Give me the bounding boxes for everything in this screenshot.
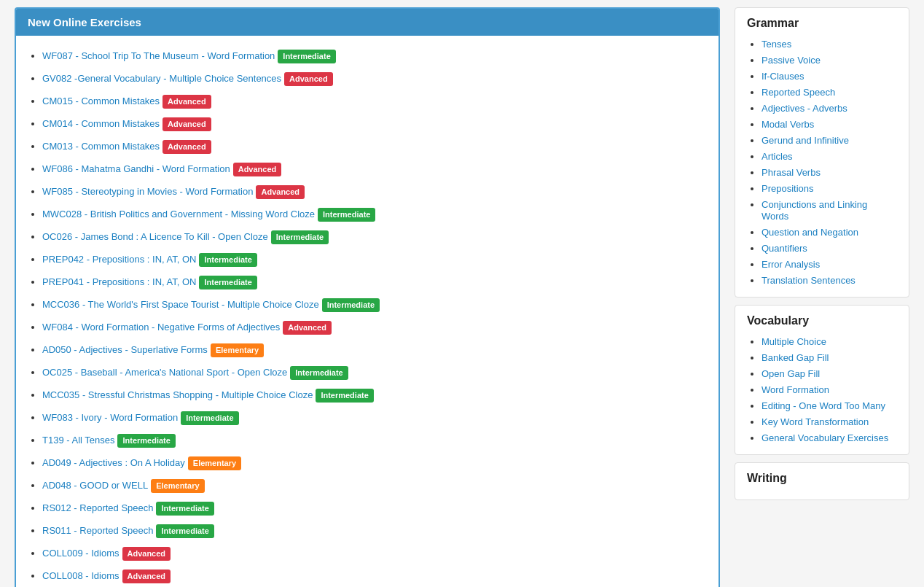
list-item: Word Formation: [761, 381, 897, 397]
list-item: Adjectives - Adverbs: [761, 100, 897, 116]
list-item: COLL009 - IdiomsAdvanced: [42, 542, 707, 564]
level-badge: Advanced: [163, 140, 211, 154]
grammar-link[interactable]: Quantifiers: [761, 243, 807, 254]
level-badge: Intermediate: [290, 366, 348, 380]
level-badge: Advanced: [233, 163, 282, 176]
list-item: Tenses: [761, 36, 897, 52]
grammar-link[interactable]: Conjunctions and Linking Words: [761, 199, 867, 222]
list-item: Reported Speech: [761, 84, 897, 100]
vocabulary-link[interactable]: Word Formation: [761, 384, 829, 395]
exercise-link[interactable]: OC026 - James Bond : A Licence To Kill -…: [42, 231, 268, 242]
exercise-link[interactable]: AD049 - Adjectives : On A Holiday: [42, 457, 185, 468]
grammar-link[interactable]: Translation Sentences: [761, 275, 856, 286]
list-item: RS012 - Reported SpeechIntermediate: [42, 497, 707, 519]
exercise-link[interactable]: CM013 - Common Mistakes: [42, 141, 160, 152]
list-item: GV082 -General Vocabulary - Multiple Cho…: [42, 67, 707, 90]
level-badge: Advanced: [283, 321, 332, 335]
list-item: Gerund and Infinitive: [761, 132, 897, 148]
grammar-link[interactable]: Phrasal Verbs: [761, 167, 821, 178]
list-item: AD048 - GOOD or WELLElementary: [42, 474, 707, 497]
level-badge: Advanced: [163, 117, 211, 131]
level-badge: Intermediate: [199, 276, 257, 289]
grammar-list: TensesPassive VoiceIf-ClausesReported Sp…: [747, 36, 897, 288]
exercise-link[interactable]: MWC028 - British Politics and Government…: [42, 209, 315, 219]
list-item: PREP041 - Prepositions : IN, AT, ONInter…: [42, 271, 707, 293]
level-badge: Advanced: [122, 547, 171, 561]
list-item: If-Clauses: [761, 68, 897, 84]
exercise-link[interactable]: T139 - All Tenses: [42, 435, 114, 446]
list-item: WF087 - School Trip To The Museum - Word…: [42, 44, 707, 67]
exercise-link[interactable]: GV082 -General Vocabulary - Multiple Cho…: [42, 73, 281, 84]
exercise-link[interactable]: CM014 - Common Mistakes: [42, 118, 160, 129]
new-exercises-header: New Online Exercises: [16, 9, 719, 36]
exercises-list: WF087 - School Trip To The Museum - Word…: [16, 36, 719, 587]
vocabulary-link[interactable]: Key Word Transformation: [761, 416, 869, 427]
exercise-link[interactable]: PREP042 - Prepositions : IN, AT, ON: [42, 254, 196, 265]
level-badge: Elementary: [211, 343, 264, 357]
grammar-link[interactable]: Adjectives - Adverbs: [761, 103, 847, 114]
exercise-link[interactable]: COLL009 - Idioms: [42, 548, 120, 559]
exercise-link[interactable]: WF087 - School Trip To The Museum - Word…: [42, 50, 275, 61]
list-item: Key Word Transformation: [761, 413, 897, 429]
grammar-link[interactable]: Articles: [761, 151, 793, 162]
writing-title: Writing: [747, 472, 897, 485]
list-item: MCC035 - Stressful Christmas Shopping - …: [42, 384, 707, 406]
vocabulary-link[interactable]: General Vocabulary Exercises: [761, 432, 888, 443]
level-badge: Advanced: [256, 185, 305, 199]
exercise-link[interactable]: AD048 - GOOD or WELL: [42, 480, 148, 491]
level-badge: Advanced: [122, 569, 171, 583]
exercise-link[interactable]: RS011 - Reported Speech: [42, 525, 153, 536]
grammar-link[interactable]: Passive Voice: [761, 55, 821, 66]
list-item: Articles: [761, 148, 897, 164]
list-item: Quantifiers: [761, 240, 897, 256]
grammar-link[interactable]: If-Clauses: [761, 71, 804, 82]
list-item: WF083 - Ivory - Word FormationIntermedia…: [42, 406, 707, 429]
list-item: AD050 - Adjectives - Superlative FormsEl…: [42, 338, 707, 361]
list-item: T139 - All TensesIntermediate: [42, 429, 707, 451]
vocabulary-title: Vocabulary: [747, 314, 897, 327]
list-item: Prepositions: [761, 180, 897, 196]
grammar-link[interactable]: Modal Verbs: [761, 119, 814, 130]
vocabulary-section: Vocabulary Multiple ChoiceBanked Gap Fil…: [735, 305, 909, 455]
list-item: Banked Gap Fill: [761, 349, 897, 365]
list-item: RS011 - Reported SpeechIntermediate: [42, 519, 707, 542]
list-item: AD049 - Adjectives : On A HolidayElement…: [42, 451, 707, 474]
exercise-link[interactable]: WF085 - Stereotyping in Movies - Word Fo…: [42, 186, 253, 197]
exercise-link[interactable]: WF083 - Ivory - Word Formation: [42, 412, 178, 423]
level-badge: Advanced: [284, 72, 333, 86]
exercise-link[interactable]: COLL008 - Idioms: [42, 570, 120, 581]
vocabulary-link[interactable]: Editing - One Word Too Many: [761, 400, 885, 411]
vocabulary-link[interactable]: Multiple Choice: [761, 336, 826, 347]
vocabulary-link[interactable]: Open Gap Fill: [761, 368, 820, 379]
grammar-link[interactable]: Prepositions: [761, 183, 814, 194]
main-panel: New Online Exercises WF087 - School Trip…: [15, 7, 720, 587]
list-item: Modal Verbs: [761, 116, 897, 132]
grammar-link[interactable]: Error Analysis: [761, 259, 820, 270]
list-item: PREP042 - Prepositions : IN, AT, ONInter…: [42, 248, 707, 271]
level-badge: Intermediate: [199, 253, 257, 267]
grammar-link[interactable]: Tenses: [761, 39, 791, 50]
list-item: CM014 - Common MistakesAdvanced: [42, 112, 707, 135]
exercise-link[interactable]: OC025 - Baseball - America's National Sp…: [42, 367, 287, 378]
list-item: Passive Voice: [761, 52, 897, 68]
list-item: Translation Sentences: [761, 272, 897, 288]
grammar-link[interactable]: Question and Negation: [761, 227, 858, 238]
level-badge: Intermediate: [117, 434, 175, 448]
level-badge: Intermediate: [318, 208, 375, 222]
grammar-link[interactable]: Gerund and Infinitive: [761, 135, 849, 146]
exercise-link[interactable]: PREP041 - Prepositions : IN, AT, ON: [42, 276, 196, 287]
exercise-link[interactable]: MCC035 - Stressful Christmas Shopping - …: [42, 389, 313, 400]
grammar-link[interactable]: Reported Speech: [761, 87, 835, 98]
vocabulary-link[interactable]: Banked Gap Fill: [761, 352, 829, 363]
exercise-link[interactable]: MCC036 - The World's First Space Tourist…: [42, 299, 319, 310]
exercise-link[interactable]: AD050 - Adjectives - Superlative Forms: [42, 344, 208, 355]
exercise-link[interactable]: WF086 - Mahatma Gandhi - Word Formation: [42, 163, 230, 174]
list-item: Multiple Choice: [761, 333, 897, 349]
list-item: CM013 - Common MistakesAdvanced: [42, 135, 707, 158]
list-item: Editing - One Word Too Many: [761, 397, 897, 413]
exercise-link[interactable]: WF084 - Word Formation - Negative Forms …: [42, 322, 280, 333]
list-item: Question and Negation: [761, 224, 897, 240]
level-badge: Intermediate: [322, 298, 380, 312]
exercise-link[interactable]: RS012 - Reported Speech: [42, 502, 153, 513]
exercise-link[interactable]: CM015 - Common Mistakes: [42, 96, 160, 106]
